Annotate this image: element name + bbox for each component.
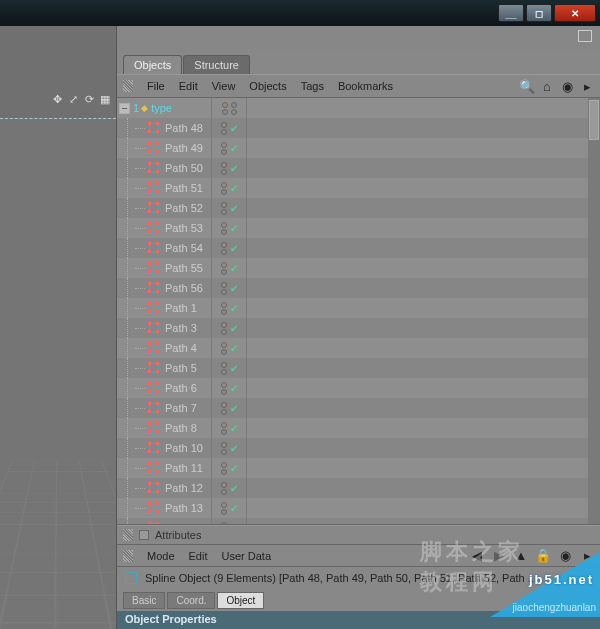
collapse-icon[interactable] <box>139 530 149 540</box>
check-icon[interactable]: ✔ <box>230 483 238 494</box>
visibility-dots[interactable]: ✔ <box>212 198 246 218</box>
attr-tab-basic[interactable]: Basic <box>123 592 165 609</box>
menu-edit[interactable]: Edit <box>179 80 198 92</box>
tree-item[interactable]: Path 12 <box>117 478 211 498</box>
attr-menu-edit[interactable]: Edit <box>189 550 208 562</box>
check-icon[interactable]: ✔ <box>230 283 238 294</box>
visibility-dots[interactable]: ✔ <box>212 398 246 418</box>
nav-fwd-icon[interactable]: ▶ <box>492 549 506 563</box>
new-icon[interactable]: ◉ <box>558 549 572 563</box>
grip-icon[interactable] <box>123 529 133 541</box>
tree-item[interactable]: Path 10 <box>117 438 211 458</box>
vp-layout-icon[interactable]: ▦ <box>98 92 112 106</box>
grip-icon[interactable] <box>123 80 133 92</box>
check-icon[interactable]: ✔ <box>230 383 238 394</box>
close-button[interactable]: ✕ <box>554 4 596 22</box>
dock-icon[interactable] <box>578 30 592 42</box>
visibility-dots[interactable]: ✔ <box>212 318 246 338</box>
vp-zoom-icon[interactable]: ⤢ <box>66 92 80 106</box>
visibility-dots[interactable]: ✔ <box>212 478 246 498</box>
visibility-dots[interactable]: ✔ <box>212 298 246 318</box>
visibility-dots[interactable]: ✔ <box>212 258 246 278</box>
menu-view[interactable]: View <box>212 80 236 92</box>
check-icon[interactable]: ✔ <box>230 403 238 414</box>
check-icon[interactable]: ✔ <box>230 183 238 194</box>
attr-menu-mode[interactable]: Mode <box>147 550 175 562</box>
tree-item[interactable]: Path 54 <box>117 238 211 258</box>
tree-scrollbar[interactable] <box>588 98 600 524</box>
lock-icon[interactable]: 🔒 <box>536 549 550 563</box>
check-icon[interactable]: ✔ <box>230 503 238 514</box>
check-icon[interactable]: ✔ <box>230 223 238 234</box>
eye-icon[interactable]: ◉ <box>560 79 574 93</box>
nav-back-icon[interactable]: ◀ <box>470 549 484 563</box>
tree-item[interactable]: Path 55 <box>117 258 211 278</box>
vp-rotate-icon[interactable]: ⟳ <box>82 92 96 106</box>
search-icon[interactable]: 🔍 <box>520 79 534 93</box>
home-icon[interactable]: ⌂ <box>540 79 554 93</box>
tree-item[interactable]: Path 6 <box>117 378 211 398</box>
visibility-dots[interactable]: ✔ <box>212 338 246 358</box>
visibility-dots[interactable]: ✔ <box>212 518 246 525</box>
visibility-dots[interactable]: ✔ <box>212 458 246 478</box>
menu-tags[interactable]: Tags <box>301 80 324 92</box>
tree-item[interactable]: Path 51 <box>117 178 211 198</box>
tree-item[interactable]: Path 7 <box>117 398 211 418</box>
tree-item[interactable]: Path 4 <box>117 338 211 358</box>
tree-item[interactable]: Path 3 <box>117 318 211 338</box>
tree-item[interactable]: Path 56 <box>117 278 211 298</box>
maximize-button[interactable]: ◻ <box>526 4 552 22</box>
attr-tab-object[interactable]: Object <box>217 592 264 609</box>
check-icon[interactable]: ✔ <box>230 303 238 314</box>
tree-item[interactable]: Path 5 <box>117 358 211 378</box>
collapse-icon[interactable]: – <box>119 103 130 114</box>
visibility-dots[interactable]: ✔ <box>212 378 246 398</box>
check-icon[interactable]: ✔ <box>230 423 238 434</box>
vp-move-icon[interactable]: ✥ <box>50 92 64 106</box>
check-icon[interactable]: ✔ <box>230 323 238 334</box>
attr-panel-menu-icon[interactable]: ▸ <box>580 549 594 563</box>
check-icon[interactable]: ✔ <box>230 443 238 454</box>
panel-menu-icon[interactable]: ▸ <box>580 79 594 93</box>
check-icon[interactable]: ✔ <box>230 143 238 154</box>
tree-item[interactable]: Path 11 <box>117 458 211 478</box>
visibility-dots[interactable]: ✔ <box>212 498 246 518</box>
tree-item[interactable]: Path 8 <box>117 418 211 438</box>
check-icon[interactable]: ✔ <box>230 263 238 274</box>
check-icon[interactable]: ✔ <box>230 243 238 254</box>
visibility-dots[interactable]: ✔ <box>212 358 246 378</box>
visibility-dots[interactable]: ✔ <box>212 238 246 258</box>
tab-objects[interactable]: Objects <box>123 55 182 74</box>
visibility-dots[interactable]: ✔ <box>212 158 246 178</box>
tree-item[interactable]: Path 16 <box>117 518 211 525</box>
tree-item[interactable]: Path 48 <box>117 118 211 138</box>
visibility-dots[interactable]: ✔ <box>212 118 246 138</box>
minimize-button[interactable]: __ <box>498 4 524 22</box>
check-icon[interactable]: ✔ <box>230 203 238 214</box>
visibility-dots[interactable]: ✔ <box>212 278 246 298</box>
tree-root[interactable]: –1◆type <box>117 98 211 118</box>
check-icon[interactable]: ✔ <box>230 363 238 374</box>
tree-item[interactable]: Path 50 <box>117 158 211 178</box>
visibility-dots[interactable]: ✔ <box>212 178 246 198</box>
tree-item[interactable]: Path 1 <box>117 298 211 318</box>
visibility-dots[interactable]: ✔ <box>212 438 246 458</box>
visibility-dots[interactable]: ✔ <box>212 138 246 158</box>
tree-item[interactable]: Path 13 <box>117 498 211 518</box>
tree-item[interactable]: Path 52 <box>117 198 211 218</box>
tree-item[interactable]: Path 53 <box>117 218 211 238</box>
check-icon[interactable]: ✔ <box>230 163 238 174</box>
tab-structure[interactable]: Structure <box>183 55 250 74</box>
menu-file[interactable]: File <box>147 80 165 92</box>
tree-item[interactable]: Path 49 <box>117 138 211 158</box>
attr-menu-userdata[interactable]: User Data <box>222 550 272 562</box>
attr-tab-coord[interactable]: Coord. <box>167 592 215 609</box>
check-icon[interactable]: ✔ <box>230 123 238 134</box>
viewport-3d[interactable] <box>0 118 116 629</box>
menu-bookmarks[interactable]: Bookmarks <box>338 80 393 92</box>
visibility-dots[interactable]: ✔ <box>212 218 246 238</box>
scrollbar-thumb[interactable] <box>589 100 599 140</box>
menu-objects[interactable]: Objects <box>249 80 286 92</box>
nav-up-icon[interactable]: ▲ <box>514 549 528 563</box>
visibility-dots[interactable] <box>212 98 246 118</box>
